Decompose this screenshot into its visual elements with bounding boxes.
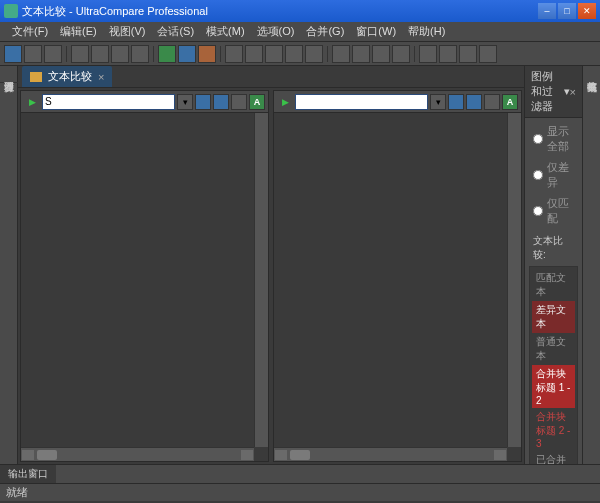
toolbar-btn[interactable] — [24, 45, 42, 63]
menu-edit[interactable]: 编辑(E) — [54, 22, 103, 41]
menu-window[interactable]: 窗口(W) — [350, 22, 402, 41]
menubar: 文件(F) 编辑(E) 视图(V) 会话(S) 模式(M) 选项(O) 合并(G… — [0, 22, 600, 42]
window-title: 文本比较 - UltraCompare Professional — [22, 4, 538, 19]
scroll-right-icon[interactable] — [494, 450, 506, 460]
pane-btn[interactable] — [231, 94, 247, 110]
toolbar-btn[interactable] — [439, 45, 457, 63]
play-icon[interactable]: ▶ — [277, 94, 293, 110]
maximize-button[interactable]: □ — [558, 3, 576, 19]
pane-btn[interactable] — [484, 94, 500, 110]
tab-text-compare[interactable]: 文本比较 × — [22, 66, 112, 87]
minimize-button[interactable]: – — [538, 3, 556, 19]
toolbar-btn[interactable] — [265, 45, 283, 63]
radio-show-all[interactable]: 显示全部 — [529, 122, 578, 156]
menu-session[interactable]: 会话(S) — [151, 22, 200, 41]
scroll-right-icon[interactable] — [241, 450, 253, 460]
toolbar-btn[interactable] — [419, 45, 437, 63]
toolbar-btn[interactable] — [392, 45, 410, 63]
radio-match-only[interactable]: 仅匹配 — [529, 194, 578, 228]
toolbar-btn[interactable] — [158, 45, 176, 63]
main-area: 文本比较 × ▶ ▾ A — [18, 66, 524, 464]
dropdown-icon[interactable]: ▾ — [177, 94, 193, 110]
right-pane-toolbar: ▶ ▾ A — [274, 91, 521, 113]
scroll-left-icon[interactable] — [22, 450, 34, 460]
left-path-input[interactable] — [42, 94, 175, 110]
a-button[interactable]: A — [502, 94, 518, 110]
menu-view[interactable]: 视图(V) — [103, 22, 152, 41]
toolbar-btn[interactable] — [71, 45, 89, 63]
vertical-scrollbar[interactable] — [507, 113, 521, 447]
section-text-compare: 文本比较: — [529, 230, 578, 264]
legend-panel: 图例和过滤器 ▾ × 显示全部 仅差异 仅匹配 文本比较: 匹配文本 差异文本 … — [524, 66, 582, 464]
toolbar-btn[interactable] — [91, 45, 109, 63]
sidebar-bookmarks-tab[interactable]: 书签与收藏夹 — [583, 66, 601, 82]
separator — [66, 46, 67, 62]
right-path-input[interactable] — [295, 94, 428, 110]
menu-help[interactable]: 帮助(H) — [402, 22, 451, 41]
tab-label: 文本比较 — [48, 69, 92, 84]
titlebar: 文本比较 - UltraCompare Professional – □ ✕ — [0, 0, 600, 22]
menu-merge[interactable]: 合并(G) — [300, 22, 350, 41]
toolbar-btn[interactable] — [245, 45, 263, 63]
separator — [327, 46, 328, 62]
radio-diff-only[interactable]: 仅差异 — [529, 158, 578, 192]
workspace: 资源管理器 文本比较 × ▶ ▾ A — [0, 66, 600, 464]
sidebar-explorer-tab[interactable]: 资源管理器 — [0, 66, 18, 83]
legend-group-text: 匹配文本 差异文本 普通文本 合并块标题 1 - 2 合并块标题 2 - 3 已… — [529, 266, 578, 464]
toolbar-btn[interactable] — [352, 45, 370, 63]
close-button[interactable]: ✕ — [578, 3, 596, 19]
toolbar-btn[interactable] — [178, 45, 196, 63]
toolbar-new-icon[interactable] — [4, 45, 22, 63]
toolbar-btn[interactable] — [198, 45, 216, 63]
save-icon[interactable] — [466, 94, 482, 110]
play-icon[interactable]: ▶ — [24, 94, 40, 110]
folder-open-icon[interactable] — [448, 94, 464, 110]
menu-mode[interactable]: 模式(M) — [200, 22, 251, 41]
menu-file[interactable]: 文件(F) — [6, 22, 54, 41]
toolbar-btn[interactable] — [44, 45, 62, 63]
bottom-panel: 输出窗口 — [0, 464, 600, 483]
horizontal-scrollbar[interactable] — [21, 447, 254, 461]
sidebar-right: 书签与收藏夹 — [582, 66, 600, 464]
toolbar-btn[interactable] — [225, 45, 243, 63]
a-button[interactable]: A — [249, 94, 265, 110]
tab-close-icon[interactable]: × — [98, 71, 104, 83]
right-pane: ▶ ▾ A — [273, 90, 522, 462]
save-icon[interactable] — [213, 94, 229, 110]
scroll-thumb[interactable] — [37, 450, 57, 460]
sidebar-left: 资源管理器 — [0, 66, 18, 464]
toolbar-btn[interactable] — [305, 45, 323, 63]
statusbar: 就绪 — [0, 483, 600, 501]
legend-item: 合并块标题 2 - 3 — [532, 408, 575, 451]
right-pane-body — [274, 113, 521, 461]
toolbar-btn[interactable] — [459, 45, 477, 63]
output-window-tab[interactable]: 输出窗口 — [0, 465, 56, 483]
legend-item: 已合并块背景 — [532, 451, 575, 464]
legend-item: 差异文本 — [532, 301, 575, 333]
toolbar-btn[interactable] — [479, 45, 497, 63]
main-toolbar — [0, 42, 600, 66]
dropdown-icon[interactable]: ▾ — [430, 94, 446, 110]
toolbar-btn[interactable] — [111, 45, 129, 63]
legend-title: 图例和过滤器 — [531, 69, 564, 114]
document-tabbar: 文本比较 × — [18, 66, 524, 88]
toolbar-btn[interactable] — [131, 45, 149, 63]
toolbar-btn[interactable] — [372, 45, 390, 63]
legend-title-bar: 图例和过滤器 ▾ × — [525, 66, 582, 118]
legend-item: 匹配文本 — [532, 269, 575, 301]
separator — [153, 46, 154, 62]
legend-body: 显示全部 仅差异 仅匹配 文本比较: 匹配文本 差异文本 普通文本 合并块标题 … — [525, 118, 582, 464]
menu-options[interactable]: 选项(O) — [251, 22, 301, 41]
scroll-left-icon[interactable] — [275, 450, 287, 460]
folder-open-icon[interactable] — [195, 94, 211, 110]
toolbar-btn[interactable] — [285, 45, 303, 63]
app-icon — [4, 4, 18, 18]
scroll-thumb[interactable] — [290, 450, 310, 460]
legend-item: 普通文本 — [532, 333, 575, 365]
toolbar-btn[interactable] — [332, 45, 350, 63]
vertical-scrollbar[interactable] — [254, 113, 268, 447]
horizontal-scrollbar[interactable] — [274, 447, 507, 461]
separator — [414, 46, 415, 62]
separator — [220, 46, 221, 62]
legend-close-icon[interactable]: × — [570, 86, 576, 98]
